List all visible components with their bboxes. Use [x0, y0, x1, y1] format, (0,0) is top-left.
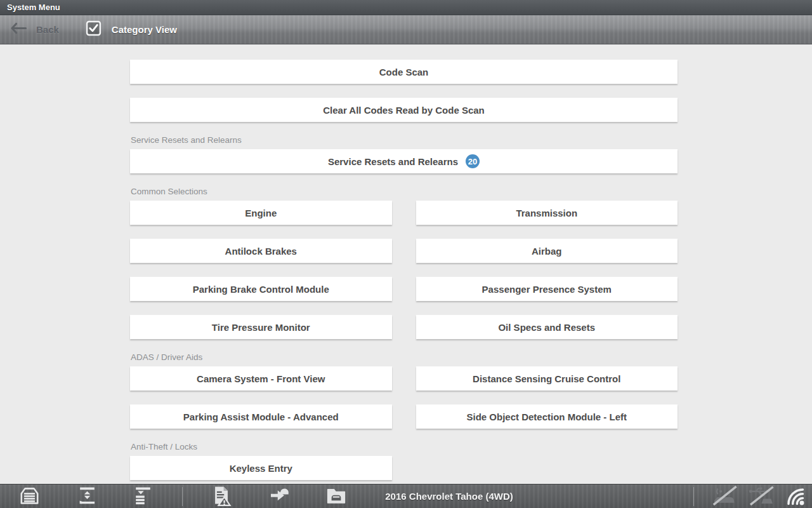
raise-vehicle-button[interactable] [74, 485, 100, 508]
button-label: Code Scan [379, 67, 429, 77]
menu-button-distance-sensing-cruise-control[interactable]: Distance Sensing Cruise Control [416, 366, 678, 391]
menu-button-clear-all-codes[interactable]: Clear All Codes Read by Code Scan [130, 98, 678, 122]
menu-button-airbag[interactable]: Airbag [416, 239, 678, 263]
button-label: Service Resets and Relearns [328, 156, 458, 167]
back-button[interactable]: Back [10, 22, 59, 37]
button-label: Airbag [532, 246, 562, 257]
button-label: Clear All Codes Read by Code Scan [323, 105, 485, 116]
button-label: Engine [245, 208, 277, 218]
button-label: Passenger Presence System [482, 284, 612, 295]
button-label: Side Object Detection Module - Left [466, 411, 627, 422]
connect-vehicle-button[interactable] [266, 485, 292, 508]
button-label: Distance Sensing Cruise Control [473, 373, 620, 384]
category-view-toggle[interactable]: Category View [86, 20, 177, 39]
vci-connection-icon [711, 485, 739, 508]
active-vehicle-label: 2016 Chevrolet Tahoe (4WD) [385, 485, 513, 508]
vehicle-records-icon [325, 485, 348, 508]
button-label: Antilock Brakes [225, 246, 297, 257]
button-label: Camera System - Front View [197, 373, 325, 384]
button-label: Oil Specs and Resets [498, 322, 595, 333]
menu-button-parking-brake-control-module[interactable]: Parking Brake Control Module [130, 277, 392, 301]
menu-button-transmission[interactable]: Transmission [416, 201, 678, 225]
system-menu-list: Code Scan Clear All Codes Read by Code S… [0, 44, 812, 508]
status-bar-divider [693, 487, 694, 506]
vci-status-indicator [710, 485, 740, 508]
page-title: System Menu [7, 3, 60, 12]
home-button[interactable] [16, 485, 42, 508]
button-label: Keyless Entry [230, 463, 292, 474]
button-label: Parking Assist Module - Advanced [183, 411, 339, 422]
back-arrow-icon [10, 22, 27, 37]
button-label: Tire Pressure Monitor [212, 322, 310, 333]
checkbox-checked-icon [86, 20, 102, 39]
menu-button-camera-system-front-view[interactable]: Camera System - Front View [130, 366, 392, 391]
button-label: Transmission [516, 208, 577, 218]
section-heading-service-resets: Service Resets and Relearns [131, 136, 678, 145]
usb-status-indicator [747, 485, 776, 508]
back-button-label: Back [36, 24, 59, 35]
menu-button-keyless-entry[interactable]: Keyless Entry [130, 456, 392, 480]
menu-button-engine[interactable]: Engine [130, 201, 392, 225]
section-heading-anti-theft-locks: Anti-Theft / Locks [131, 443, 678, 451]
usb-connection-icon [747, 485, 775, 508]
raise-vehicle-icon [76, 485, 98, 508]
data-stack-icon [132, 485, 154, 508]
section-heading-adas: ADAS / Driver Aids [131, 353, 678, 362]
code-report-icon [211, 485, 232, 508]
window-title-bar: System Menu [0, 0, 812, 15]
menu-button-oil-specs-and-resets[interactable]: Oil Specs and Resets [416, 315, 678, 339]
data-list-button[interactable] [130, 485, 155, 508]
wifi-icon [782, 484, 807, 508]
menu-button-passenger-presence-system[interactable]: Passenger Presence System [416, 277, 678, 301]
status-bar: 2016 Chevrolet Tahoe (4WD) [0, 484, 812, 508]
wifi-status-indicator [782, 485, 807, 508]
code-report-button[interactable] [209, 485, 234, 508]
button-label: Parking Brake Control Module [193, 284, 329, 295]
section-heading-common-selections: Common Selections [131, 187, 678, 196]
status-bar-divider [182, 487, 183, 506]
menu-button-service-resets[interactable]: Service Resets and Relearns 20 [130, 149, 678, 173]
category-view-label: Category View [112, 24, 177, 35]
connect-vehicle-icon [268, 485, 291, 508]
menu-button-side-object-detection-module-left[interactable]: Side Object Detection Module - Left [416, 404, 678, 429]
menu-button-code-scan[interactable]: Code Scan [130, 60, 678, 84]
count-badge: 20 [466, 154, 480, 168]
menu-button-antilock-brakes[interactable]: Antilock Brakes [130, 239, 392, 263]
garage-home-icon [18, 485, 41, 508]
menu-button-parking-assist-module-advanced[interactable]: Parking Assist Module - Advanced [130, 404, 392, 429]
toolbar: Back Category View [0, 15, 812, 44]
vehicle-records-button[interactable] [324, 485, 349, 508]
menu-button-tire-pressure-monitor[interactable]: Tire Pressure Monitor [130, 315, 392, 339]
